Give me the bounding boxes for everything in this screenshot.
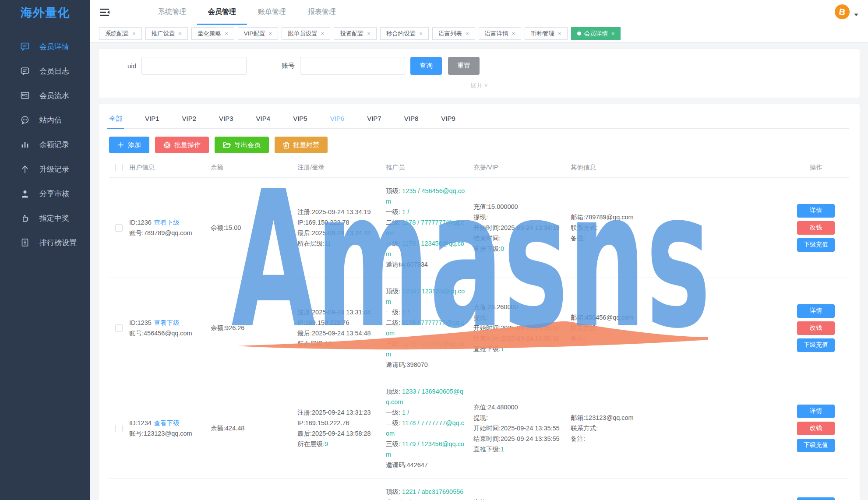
nav-tab-0[interactable]: 系统管理 xyxy=(147,0,197,25)
account-input[interactable] xyxy=(300,57,405,75)
vip-tab-5[interactable]: VIP5 xyxy=(293,110,307,128)
detail-button[interactable]: 详情 xyxy=(797,497,835,500)
detail-button[interactable]: 详情 xyxy=(797,204,835,218)
promoter-line: 一级: 1 / xyxy=(386,207,467,217)
pair-value: 1 xyxy=(501,446,504,453)
vip-tab-9[interactable]: VIP9 xyxy=(441,110,455,128)
promoter-link[interactable]: 1 / xyxy=(402,309,409,316)
vip-tab-2[interactable]: VIP2 xyxy=(182,110,197,128)
sidebar-item-2[interactable]: 会员流水 xyxy=(0,83,90,108)
query-button[interactable]: 查询 xyxy=(410,57,442,75)
tag-close-icon[interactable]: × xyxy=(512,30,515,37)
tag-4[interactable]: 跟单员设置× xyxy=(282,27,330,40)
subordinate-recharge-button[interactable]: 下级充值 xyxy=(797,238,835,252)
vip-tab-0[interactable]: 全部 xyxy=(109,110,122,128)
sidebar-item-0[interactable]: 会员详情 xyxy=(0,34,90,59)
subordinate-recharge-button[interactable]: 下级充值 xyxy=(797,439,835,452)
change-money-button[interactable]: 改钱 xyxy=(797,422,835,435)
view-subordinates-link[interactable]: 查看下级 xyxy=(154,219,180,226)
tag-bar: 系统配置×推广设置×量化策略×VIP配置×跟单员设置×投资配置×秒合约设置×语言… xyxy=(90,25,868,42)
tag-8[interactable]: 语言详情× xyxy=(479,27,522,40)
subordinate-recharge-button[interactable]: 下级充值 xyxy=(797,338,835,352)
promoter-line: 二级: 1178 / 7777777@qq.com xyxy=(386,317,467,338)
tag-5[interactable]: 投资配置× xyxy=(334,27,377,40)
sidebar-item-4[interactable]: 余额记录 xyxy=(0,132,90,157)
tag-0[interactable]: 系统配置× xyxy=(99,27,142,40)
reset-button[interactable]: 重置 xyxy=(448,57,480,75)
promoter-link[interactable]: 1 / xyxy=(402,409,409,416)
info-line: 备注: xyxy=(571,433,783,444)
sidebar-item-7[interactable]: 指定中奖 xyxy=(0,206,90,230)
select-all-checkbox[interactable] xyxy=(115,164,123,171)
nav-tab-3[interactable]: 报表管理 xyxy=(297,0,347,25)
nav-tab-1[interactable]: 会员管理 xyxy=(197,0,247,25)
row-checkbox[interactable] xyxy=(115,224,123,232)
member-level: 所在层级:10 xyxy=(297,338,386,349)
tag-close-icon[interactable]: × xyxy=(132,30,136,37)
sidebar-item-1[interactable]: 会员日志 xyxy=(0,59,90,83)
bitcoin-avatar-icon[interactable]: B xyxy=(833,3,850,20)
bulk-button-3[interactable]: 批量封禁 xyxy=(275,137,328,153)
sidebar-item-8[interactable]: 排行榜设置 xyxy=(0,230,90,255)
view-subordinates-link[interactable]: 查看下级 xyxy=(154,419,180,426)
change-money-button[interactable]: 改钱 xyxy=(797,321,835,335)
member-balance: 余额:926.26 xyxy=(211,324,244,331)
tag-2[interactable]: 量化策略× xyxy=(191,27,234,40)
tag-1[interactable]: 推广设置× xyxy=(145,27,188,40)
tag-close-icon[interactable]: × xyxy=(466,30,469,37)
promoter-link[interactable]: 1 / xyxy=(402,208,409,215)
tag-6[interactable]: 秒合约设置× xyxy=(380,27,429,40)
vip-tab-1[interactable]: VIP1 xyxy=(145,110,159,128)
view-subordinates-link[interactable]: 查看下级 xyxy=(154,319,180,326)
info-line: 充值:26.260000 xyxy=(473,302,571,312)
tag-close-icon[interactable]: × xyxy=(367,30,370,37)
bulk-actions: 添加批量操作导出会员批量封禁 xyxy=(109,137,849,153)
detail-button[interactable]: 详情 xyxy=(797,304,835,318)
info-line: 提现: xyxy=(473,212,571,222)
sidebar-item-6[interactable]: 分享审核 xyxy=(0,181,90,206)
sidebar: 海外量化 会员详情会员日志会员流水站内信余额记录升级记录分享审核指定中奖排行榜设… xyxy=(0,0,90,500)
pair-value: 10 xyxy=(325,340,332,347)
sidebar-item-label: 会员详情 xyxy=(39,42,69,52)
actions-cell: 详情改钱下级充值 xyxy=(783,304,849,352)
sidebar-item-5[interactable]: 升级记录 xyxy=(0,157,90,181)
tag-close-icon[interactable]: × xyxy=(558,30,561,37)
tag-10[interactable]: 会员详情× xyxy=(571,27,621,40)
vip-tab-8[interactable]: VIP8 xyxy=(404,110,419,128)
tag-close-icon[interactable]: × xyxy=(269,30,272,37)
sidebar-item-3[interactable]: 站内信 xyxy=(0,108,90,132)
nav-tab-2[interactable]: 账单管理 xyxy=(247,0,297,25)
tag-close-icon[interactable]: × xyxy=(179,30,182,37)
detail-button[interactable]: 详情 xyxy=(797,405,835,418)
info-line: 结束时间:2025-09-24 13:35:55 xyxy=(473,433,571,444)
bulk-button-2[interactable]: 导出会员 xyxy=(215,137,269,153)
tag-close-icon[interactable]: × xyxy=(611,30,615,37)
bulk-button-label: 导出会员 xyxy=(234,141,261,149)
tag-label: 秒合约设置 xyxy=(386,30,416,38)
caret-down-icon[interactable] xyxy=(854,14,858,16)
row-checkbox[interactable] xyxy=(115,324,123,332)
bulk-button-1[interactable]: 批量操作 xyxy=(155,137,209,153)
member-id: ID:1235 xyxy=(129,319,152,326)
uid-input[interactable] xyxy=(141,57,247,75)
vip-tab-7[interactable]: VIP7 xyxy=(367,110,381,128)
tag-9[interactable]: 币种管理× xyxy=(525,27,568,40)
tag-close-icon[interactable]: × xyxy=(225,30,228,37)
other-info-cell: 邮箱:456456@qq.com联系方式:备注: xyxy=(571,312,783,344)
vip-tab-3[interactable]: VIP3 xyxy=(219,110,233,128)
info-line: 开始时间:2025-09-24 13:35:55 xyxy=(473,423,571,433)
tag-7[interactable]: 语言列表× xyxy=(432,27,475,40)
change-money-button[interactable]: 改钱 xyxy=(797,221,835,235)
expand-toggle[interactable]: 展开 ˅ xyxy=(109,75,849,93)
member-level: 所在层级:11 xyxy=(297,238,386,249)
bulk-button-0[interactable]: 添加 xyxy=(109,137,149,153)
vip-tab-4[interactable]: VIP4 xyxy=(256,110,271,128)
tag-close-icon[interactable]: × xyxy=(321,30,325,37)
row-checkbox[interactable] xyxy=(115,425,123,432)
tag-close-icon[interactable]: × xyxy=(419,30,423,37)
promoter-level-label: 顶级: xyxy=(386,187,400,194)
tag-3[interactable]: VIP配置× xyxy=(238,27,278,40)
collapse-menu-icon[interactable] xyxy=(99,7,110,18)
vip-tabs: 全部VIP1VIP2VIP3VIP4VIP5VIP6VIP7VIP8VIP9 xyxy=(109,110,849,129)
vip-tab-6[interactable]: VIP6 xyxy=(330,110,345,128)
